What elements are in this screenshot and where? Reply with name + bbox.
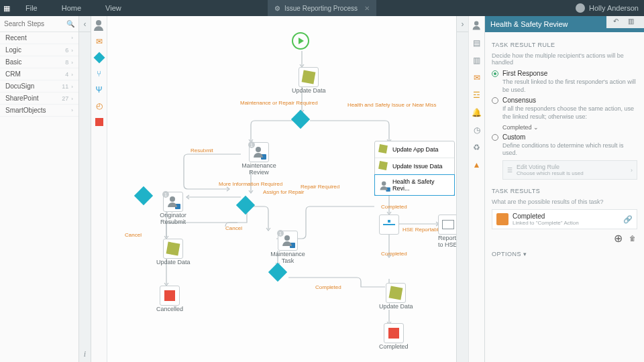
update-data-node[interactable]: Update Data bbox=[292, 67, 326, 94]
merge-icon[interactable]: Ψ bbox=[94, 84, 105, 95]
app-logo-icon: ▦ bbox=[0, 0, 13, 16]
decision-mid[interactable] bbox=[239, 198, 252, 212]
decision-bottom[interactable] bbox=[271, 265, 284, 279]
workflow-tab-label: Issue Reporting Process bbox=[284, 5, 358, 12]
error-icon[interactable]: ▲ bbox=[472, 160, 482, 170]
undo-icon[interactable]: ↶ bbox=[613, 17, 623, 27]
maintenance-task-node[interactable]: 1Maintenance Task bbox=[268, 231, 308, 264]
results-icon[interactable]: ☲ bbox=[472, 90, 482, 101]
edge-more-info: More Information Required bbox=[219, 181, 263, 187]
workflow-canvas[interactable]: Update Data Maintenance or Repair Requir… bbox=[107, 16, 456, 362]
top-right-toolbar: ↶ ▥ bbox=[606, 16, 644, 28]
edge-maint-required: Maintenance or Repair Required bbox=[240, 100, 280, 106]
reminder-icon[interactable]: 🔔 bbox=[472, 107, 482, 118]
user-avatar-icon[interactable] bbox=[576, 3, 585, 13]
edge-resubmit: Resubmit bbox=[191, 147, 213, 154]
link-icon[interactable]: 🔗 bbox=[623, 215, 633, 224]
start-node[interactable] bbox=[292, 32, 309, 50]
decision-icon[interactable] bbox=[94, 52, 105, 63]
decision-resubmit[interactable] bbox=[137, 189, 150, 202]
category-crm[interactable]: CRM4› bbox=[0, 68, 78, 80]
grid-icon[interactable]: ▥ bbox=[628, 17, 637, 27]
top-menu-bar: ▦ File Home View ⚙ Issue Reporting Proce… bbox=[0, 0, 644, 16]
recycle-icon[interactable]: ♻ bbox=[472, 142, 482, 153]
section-task-result-rule: TASK RESULT RULE bbox=[492, 42, 637, 48]
completed-node[interactable]: Completed bbox=[379, 323, 409, 350]
update-data-3-node[interactable]: Update Data bbox=[379, 283, 413, 310]
edge-cancel-1: Cancel bbox=[125, 232, 142, 238]
edge-completed-2: Completed bbox=[381, 251, 407, 257]
user-task-icon[interactable] bbox=[94, 20, 105, 31]
task-step-list[interactable]: Update App Data Update Issue Data Health… bbox=[374, 141, 455, 196]
search-steps[interactable]: 🔍 bbox=[0, 16, 78, 32]
edge-completed-3: Completed bbox=[315, 284, 341, 290]
clipboard-icon[interactable]: ▤ bbox=[472, 38, 482, 48]
maintenance-review-node[interactable]: 1Maintenance Review bbox=[241, 142, 277, 176]
edge-assign-repair: Assign for Repair bbox=[263, 189, 304, 195]
menu-file[interactable]: File bbox=[13, 4, 50, 12]
branch-node[interactable] bbox=[379, 215, 399, 235]
info-icon[interactable]: i bbox=[84, 349, 86, 359]
category-docusign[interactable]: DocuSign11› bbox=[0, 80, 78, 93]
deadline-icon[interactable]: ◷ bbox=[472, 125, 482, 135]
search-icon[interactable]: 🔍 bbox=[66, 20, 74, 27]
originator-resubmit-node[interactable]: 1Originator Resubmit bbox=[156, 192, 190, 225]
collapse-right-icon[interactable]: › bbox=[457, 16, 468, 32]
result-card-completed[interactable]: CompletedLinked to "Complete" Action 🔗 bbox=[492, 209, 637, 229]
delete-result-icon[interactable]: 🗑 bbox=[628, 233, 637, 243]
category-sharepoint[interactable]: SharePoint27› bbox=[0, 93, 78, 105]
right-collapse-gutter: › bbox=[456, 16, 468, 362]
mail-icon[interactable]: ✉ bbox=[94, 36, 105, 47]
radio-first-response[interactable]: First ResponseThe result linked to the f… bbox=[492, 70, 637, 94]
hint-task-results: What are the possible results of this ta… bbox=[492, 198, 637, 205]
report-hse-node[interactable]: Report to HSE bbox=[438, 215, 456, 248]
decision-node-top[interactable] bbox=[294, 113, 307, 126]
category-basic[interactable]: Basic8› bbox=[0, 56, 78, 68]
category-smartobjects[interactable]: SmartObjects› bbox=[0, 105, 78, 117]
properties-panel: Health & Safety Review TASK RESULT RULE … bbox=[484, 16, 644, 362]
radio-dot-icon bbox=[492, 134, 498, 141]
category-logic[interactable]: Logic6› bbox=[0, 44, 78, 56]
edge-hse-reportable: HSE Reportable bbox=[402, 227, 441, 233]
user-name[interactable]: Holly Anderson bbox=[589, 4, 639, 12]
list-icon: ☰ bbox=[507, 167, 513, 174]
left-collapse-gutter: ‹ i bbox=[79, 16, 91, 362]
menu-home[interactable]: Home bbox=[50, 4, 93, 12]
user-icon[interactable] bbox=[472, 20, 482, 31]
edge-completed-1: Completed bbox=[381, 204, 407, 210]
collapse-left-icon[interactable]: ‹ bbox=[79, 16, 91, 32]
edit-voting-rule[interactable]: ☰ Edit Voting Rule Choose which result i… bbox=[502, 160, 637, 180]
edge-hs-issue: Health and Safety Issue or Near Miss bbox=[347, 102, 404, 108]
radio-custom[interactable]: CustomDefine conditions to determine whi… bbox=[492, 133, 637, 158]
cancelled-node[interactable]: Cancelled bbox=[156, 286, 183, 312]
timer-icon[interactable]: ◴ bbox=[94, 101, 105, 111]
task-row-update-issue[interactable]: Update Issue Data bbox=[375, 158, 454, 175]
right-toolstrip: ▤ ▥ ✉ ☲ 🔔 ◷ ♻ ▲ bbox=[468, 16, 484, 362]
chevron-right-icon: › bbox=[631, 167, 633, 174]
consensus-fallback-select[interactable]: Completed ⌄ bbox=[502, 124, 637, 131]
workflow-tab[interactable]: ⚙ Issue Reporting Process ✕ bbox=[268, 0, 376, 16]
mail-icon[interactable]: ✉ bbox=[472, 72, 482, 83]
edge-repair-required: Repair Required bbox=[301, 184, 339, 190]
form-icon[interactable]: ▥ bbox=[472, 55, 482, 66]
task-row-update-app[interactable]: Update App Data bbox=[375, 141, 454, 158]
search-input[interactable] bbox=[4, 20, 58, 27]
menu-view[interactable]: View bbox=[93, 4, 133, 12]
task-row-hs-review[interactable]: Health & Safety Revi... bbox=[374, 174, 455, 196]
category-recent[interactable]: Recent› bbox=[0, 32, 78, 44]
result-icon bbox=[496, 213, 508, 225]
step-toolstrip: ✉ ⑂ Ψ ◴ bbox=[91, 16, 107, 362]
section-task-results: TASK RESULTS bbox=[492, 188, 637, 194]
add-result-icon[interactable]: ⊕ bbox=[613, 233, 623, 243]
steps-panel: 🔍 Recent› Logic6› Basic8› CRM4› DocuSign… bbox=[0, 16, 79, 362]
radio-dot-icon bbox=[492, 70, 498, 77]
section-options[interactable]: OPTIONS ▾ bbox=[492, 251, 637, 257]
hint-result-rule: Decide how the multiple recipient's acti… bbox=[492, 52, 637, 66]
radio-consensus[interactable]: ConsensusIf all the responders choose th… bbox=[492, 97, 637, 121]
radio-dot-icon bbox=[492, 97, 498, 104]
update-data-2-node[interactable]: Update Data bbox=[156, 239, 191, 265]
branch-icon[interactable]: ⑂ bbox=[94, 68, 105, 79]
properties-title: Health & Safety Review bbox=[490, 20, 568, 28]
close-tab-icon[interactable]: ✕ bbox=[364, 5, 370, 12]
end-icon[interactable] bbox=[94, 117, 105, 127]
